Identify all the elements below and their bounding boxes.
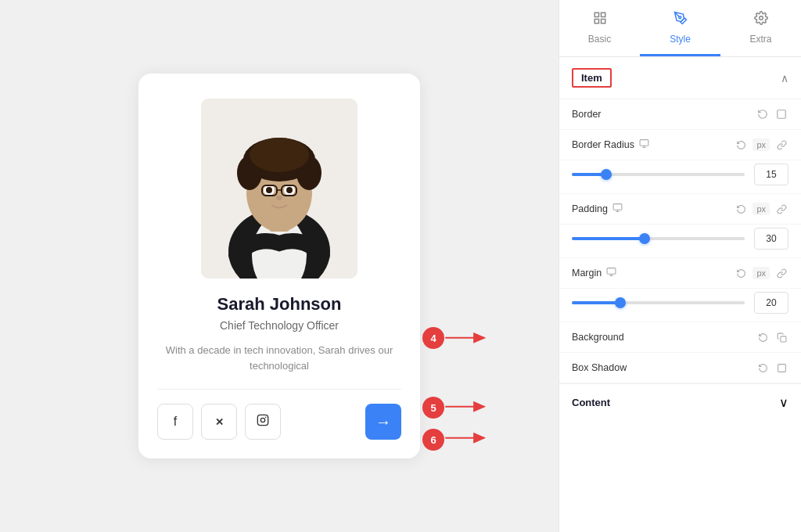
arrow-button[interactable]: → (365, 404, 401, 440)
svg-point-8 (250, 138, 309, 172)
annotation-badge-6: 6 (422, 429, 444, 451)
svg-point-19 (265, 417, 267, 419)
box-shadow-reset-icon[interactable] (756, 361, 770, 375)
border-reset-icon[interactable] (756, 107, 770, 121)
content-section-row[interactable]: Content ∨ (559, 383, 801, 421)
annotation-6: 6 (422, 429, 444, 451)
svg-rect-31 (640, 140, 648, 146)
profile-name: Sarah Johnson (217, 294, 342, 315)
svg-rect-25 (601, 13, 605, 16)
border-radius-property-row: Border Radius px (559, 130, 801, 160)
margin-link-icon[interactable] (774, 266, 788, 280)
margin-slider-track[interactable] (572, 301, 745, 304)
tab-basic[interactable]: Basic (559, 0, 640, 56)
svg-rect-17 (257, 415, 268, 425)
margin-slider-fill (572, 301, 620, 304)
svg-point-12 (286, 187, 293, 193)
extra-tab-icon (754, 11, 768, 29)
svg-point-16 (276, 196, 282, 200)
border-radius-slider-thumb[interactable] (601, 169, 612, 180)
margin-property-row: Margin px (559, 258, 801, 289)
twitter-icon: ✕ (215, 416, 224, 428)
border-radius-reset-icon[interactable] (734, 138, 748, 152)
profile-title: Chief Technology Officer (220, 319, 339, 332)
instagram-button[interactable] (245, 404, 281, 440)
padding-property-row: Padding px (559, 194, 801, 225)
background-reset-icon[interactable] (756, 330, 770, 344)
margin-label: Margin (572, 267, 616, 279)
border-radius-slider-row: 15 (559, 160, 801, 194)
facebook-button[interactable]: f (157, 404, 193, 440)
box-shadow-controls (756, 361, 788, 375)
panel-content: Item ∧ Border (559, 57, 801, 532)
padding-value[interactable]: 30 (754, 228, 788, 250)
background-property-row: Background (559, 322, 801, 353)
content-section-chevron: ∨ (779, 395, 788, 410)
item-section-header: Item ∧ (559, 57, 801, 99)
svg-rect-30 (778, 110, 786, 119)
border-radius-controls: px (734, 138, 788, 152)
background-copy-icon[interactable] (774, 330, 788, 344)
border-expand-icon[interactable] (774, 107, 788, 121)
margin-reset-icon[interactable] (734, 266, 748, 280)
box-shadow-expand-icon[interactable] (774, 361, 788, 375)
annotation-4: 4 (422, 327, 444, 349)
section-collapse-button[interactable]: ∧ (781, 72, 788, 84)
canvas-panel: Sarah Johnson Chief Technology Officer W… (0, 0, 559, 532)
svg-rect-41 (778, 364, 785, 372)
card-divider (157, 389, 401, 390)
profile-bio: With a decade in tech innovation, Sarah … (157, 343, 401, 373)
svg-rect-37 (607, 268, 616, 275)
border-property-row: Border (559, 99, 801, 130)
padding-slider-row: 30 (559, 225, 801, 258)
panel-tabs: Basic Style Extra (559, 0, 801, 57)
margin-slider-thumb[interactable] (615, 297, 626, 308)
padding-label: Padding (572, 203, 623, 215)
svg-rect-26 (594, 20, 598, 23)
background-label: Background (572, 332, 624, 343)
svg-rect-24 (594, 13, 598, 16)
border-controls (756, 107, 788, 121)
basic-tab-label: Basic (588, 34, 611, 45)
padding-slider-thumb[interactable] (639, 233, 650, 244)
properties-panel: Basic Style Extra (559, 0, 801, 532)
style-tab-icon (673, 11, 688, 29)
margin-unit[interactable]: px (753, 267, 770, 279)
background-controls (756, 330, 788, 344)
border-radius-slider-track[interactable] (572, 173, 745, 176)
margin-value[interactable]: 20 (754, 292, 788, 314)
extra-tab-label: Extra (749, 34, 771, 45)
facebook-icon: f (174, 415, 177, 429)
border-radius-monitor-icon (639, 138, 649, 151)
margin-slider-row: 20 (559, 289, 801, 322)
card-social-row: f ✕ → (157, 404, 401, 440)
box-shadow-label: Box Shadow (572, 362, 627, 373)
svg-point-28 (678, 16, 681, 19)
border-label: Border (572, 109, 602, 120)
tab-extra[interactable]: Extra (720, 0, 801, 56)
padding-controls: px (734, 202, 788, 216)
twitter-button[interactable]: ✕ (201, 404, 237, 440)
padding-slider-fill (572, 237, 645, 240)
svg-rect-27 (601, 20, 605, 23)
svg-point-29 (759, 16, 763, 20)
annotation-badge-5: 5 (422, 397, 444, 419)
annotation-badge-4: 4 (422, 327, 444, 349)
border-radius-value[interactable]: 15 (754, 164, 788, 185)
svg-rect-34 (613, 204, 622, 210)
padding-link-icon[interactable] (774, 202, 788, 216)
border-radius-link-icon[interactable] (774, 138, 788, 152)
item-section-title: Item (572, 68, 612, 88)
padding-unit[interactable]: px (753, 203, 770, 215)
margin-controls: px (734, 266, 788, 280)
arrow-icon: → (375, 413, 391, 431)
border-radius-unit[interactable]: px (753, 138, 770, 151)
tab-style[interactable]: Style (640, 0, 720, 56)
instagram-icon (257, 414, 269, 430)
padding-slider-track[interactable] (572, 237, 745, 240)
svg-point-11 (266, 187, 272, 193)
profile-card: Sarah Johnson Chief Technology Officer W… (138, 74, 420, 458)
padding-reset-icon[interactable] (734, 202, 748, 216)
box-shadow-property-row: Box Shadow (559, 353, 801, 383)
basic-tab-icon (593, 11, 607, 29)
